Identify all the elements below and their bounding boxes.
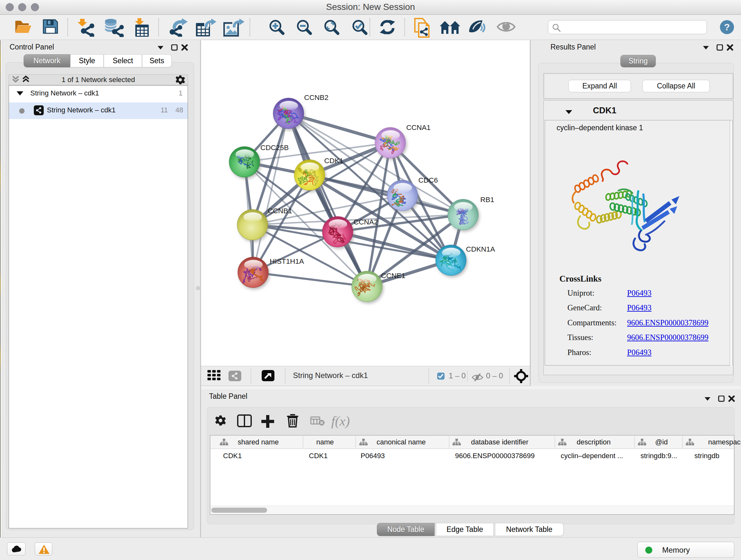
- svg-text:CDK1: CDK1: [324, 157, 343, 165]
- svg-text:CCNE1: CCNE1: [381, 272, 405, 280]
- svg-text:CCNA2: CCNA2: [354, 218, 378, 226]
- svg-text:CDC6: CDC6: [418, 176, 438, 184]
- svg-text:?: ?: [724, 22, 730, 32]
- svg-text:CCNA1: CCNA1: [406, 124, 430, 132]
- svg-text:HIST1H1A: HIST1H1A: [270, 257, 304, 265]
- svg-text:RB1: RB1: [480, 196, 494, 204]
- svg-text:CCNB2: CCNB2: [304, 94, 328, 102]
- svg-text:CDC25B: CDC25B: [260, 144, 289, 152]
- svg-text:CCNB1: CCNB1: [268, 207, 292, 215]
- svg-text:CDKN1A: CDKN1A: [466, 245, 495, 253]
